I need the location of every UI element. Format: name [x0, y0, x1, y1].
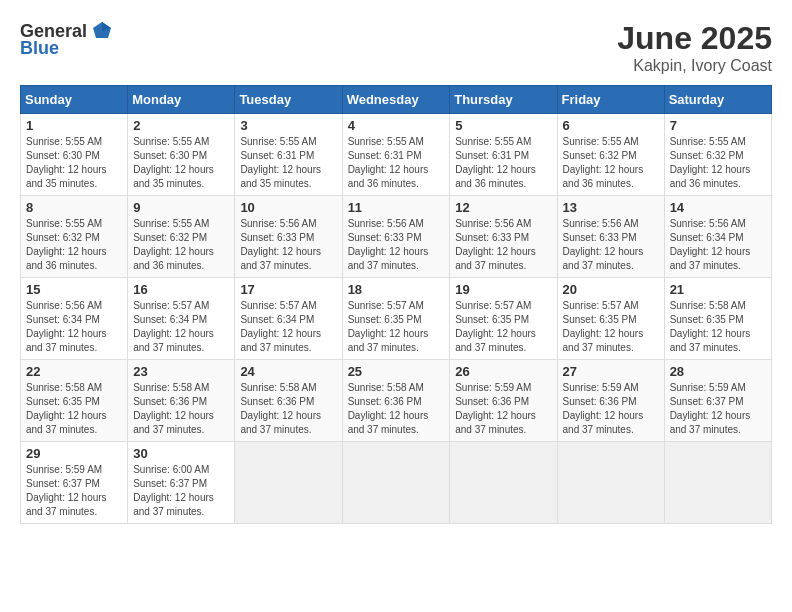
day-number: 29 — [26, 446, 122, 461]
day-info: Sunrise: 5:55 AM Sunset: 6:31 PM Dayligh… — [348, 135, 445, 191]
day-number: 10 — [240, 200, 336, 215]
table-row: 12 Sunrise: 5:56 AM Sunset: 6:33 PM Dayl… — [450, 196, 557, 278]
day-info: Sunrise: 5:58 AM Sunset: 6:36 PM Dayligh… — [133, 381, 229, 437]
table-row: 16 Sunrise: 5:57 AM Sunset: 6:34 PM Dayl… — [128, 278, 235, 360]
day-number: 13 — [563, 200, 659, 215]
table-row: 23 Sunrise: 5:58 AM Sunset: 6:36 PM Dayl… — [128, 360, 235, 442]
header-monday: Monday — [128, 86, 235, 114]
day-info: Sunrise: 5:59 AM Sunset: 6:37 PM Dayligh… — [670, 381, 766, 437]
day-number: 27 — [563, 364, 659, 379]
calendar-week-row: 29 Sunrise: 5:59 AM Sunset: 6:37 PM Dayl… — [21, 442, 772, 524]
table-row: 8 Sunrise: 5:55 AM Sunset: 6:32 PM Dayli… — [21, 196, 128, 278]
day-info: Sunrise: 5:55 AM Sunset: 6:32 PM Dayligh… — [26, 217, 122, 273]
day-number: 19 — [455, 282, 551, 297]
day-number: 12 — [455, 200, 551, 215]
table-row: 30 Sunrise: 6:00 AM Sunset: 6:37 PM Dayl… — [128, 442, 235, 524]
day-number: 26 — [455, 364, 551, 379]
table-row — [557, 442, 664, 524]
day-info: Sunrise: 5:55 AM Sunset: 6:32 PM Dayligh… — [563, 135, 659, 191]
day-number: 6 — [563, 118, 659, 133]
table-row: 7 Sunrise: 5:55 AM Sunset: 6:32 PM Dayli… — [664, 114, 771, 196]
day-number: 2 — [133, 118, 229, 133]
table-row: 13 Sunrise: 5:56 AM Sunset: 6:33 PM Dayl… — [557, 196, 664, 278]
day-info: Sunrise: 5:57 AM Sunset: 6:35 PM Dayligh… — [455, 299, 551, 355]
day-info: Sunrise: 5:55 AM Sunset: 6:32 PM Dayligh… — [670, 135, 766, 191]
header: General Blue June 2025 Kakpin, Ivory Coa… — [20, 20, 772, 75]
day-info: Sunrise: 5:56 AM Sunset: 6:34 PM Dayligh… — [26, 299, 122, 355]
table-row — [664, 442, 771, 524]
day-info: Sunrise: 5:58 AM Sunset: 6:36 PM Dayligh… — [348, 381, 445, 437]
logo-flag-icon — [91, 20, 113, 42]
calendar-week-row: 8 Sunrise: 5:55 AM Sunset: 6:32 PM Dayli… — [21, 196, 772, 278]
weekday-header-row: Sunday Monday Tuesday Wednesday Thursday… — [21, 86, 772, 114]
day-info: Sunrise: 5:59 AM Sunset: 6:36 PM Dayligh… — [455, 381, 551, 437]
day-number: 24 — [240, 364, 336, 379]
day-info: Sunrise: 5:57 AM Sunset: 6:35 PM Dayligh… — [348, 299, 445, 355]
logo: General Blue — [20, 20, 113, 59]
header-friday: Friday — [557, 86, 664, 114]
location-title: Kakpin, Ivory Coast — [617, 57, 772, 75]
day-number: 17 — [240, 282, 336, 297]
table-row: 29 Sunrise: 5:59 AM Sunset: 6:37 PM Dayl… — [21, 442, 128, 524]
table-row: 6 Sunrise: 5:55 AM Sunset: 6:32 PM Dayli… — [557, 114, 664, 196]
calendar-table: Sunday Monday Tuesday Wednesday Thursday… — [20, 85, 772, 524]
day-info: Sunrise: 5:55 AM Sunset: 6:31 PM Dayligh… — [240, 135, 336, 191]
day-info: Sunrise: 5:57 AM Sunset: 6:34 PM Dayligh… — [133, 299, 229, 355]
day-number: 23 — [133, 364, 229, 379]
day-info: Sunrise: 5:57 AM Sunset: 6:34 PM Dayligh… — [240, 299, 336, 355]
day-info: Sunrise: 5:56 AM Sunset: 6:33 PM Dayligh… — [563, 217, 659, 273]
day-info: Sunrise: 5:58 AM Sunset: 6:35 PM Dayligh… — [670, 299, 766, 355]
table-row: 9 Sunrise: 5:55 AM Sunset: 6:32 PM Dayli… — [128, 196, 235, 278]
table-row: 25 Sunrise: 5:58 AM Sunset: 6:36 PM Dayl… — [342, 360, 450, 442]
day-number: 9 — [133, 200, 229, 215]
day-info: Sunrise: 5:58 AM Sunset: 6:36 PM Dayligh… — [240, 381, 336, 437]
table-row: 22 Sunrise: 5:58 AM Sunset: 6:35 PM Dayl… — [21, 360, 128, 442]
day-number: 1 — [26, 118, 122, 133]
day-number: 30 — [133, 446, 229, 461]
day-number: 21 — [670, 282, 766, 297]
day-info: Sunrise: 5:56 AM Sunset: 6:34 PM Dayligh… — [670, 217, 766, 273]
day-info: Sunrise: 5:58 AM Sunset: 6:35 PM Dayligh… — [26, 381, 122, 437]
table-row: 5 Sunrise: 5:55 AM Sunset: 6:31 PM Dayli… — [450, 114, 557, 196]
table-row: 2 Sunrise: 5:55 AM Sunset: 6:30 PM Dayli… — [128, 114, 235, 196]
day-number: 11 — [348, 200, 445, 215]
day-number: 8 — [26, 200, 122, 215]
table-row — [342, 442, 450, 524]
calendar-week-row: 22 Sunrise: 5:58 AM Sunset: 6:35 PM Dayl… — [21, 360, 772, 442]
day-info: Sunrise: 5:55 AM Sunset: 6:30 PM Dayligh… — [26, 135, 122, 191]
day-info: Sunrise: 5:55 AM Sunset: 6:32 PM Dayligh… — [133, 217, 229, 273]
day-number: 14 — [670, 200, 766, 215]
table-row — [235, 442, 342, 524]
table-row: 27 Sunrise: 5:59 AM Sunset: 6:36 PM Dayl… — [557, 360, 664, 442]
month-title: June 2025 — [617, 20, 772, 57]
table-row: 28 Sunrise: 5:59 AM Sunset: 6:37 PM Dayl… — [664, 360, 771, 442]
calendar-week-row: 15 Sunrise: 5:56 AM Sunset: 6:34 PM Dayl… — [21, 278, 772, 360]
table-row: 26 Sunrise: 5:59 AM Sunset: 6:36 PM Dayl… — [450, 360, 557, 442]
day-info: Sunrise: 5:59 AM Sunset: 6:36 PM Dayligh… — [563, 381, 659, 437]
day-number: 18 — [348, 282, 445, 297]
day-number: 7 — [670, 118, 766, 133]
header-wednesday: Wednesday — [342, 86, 450, 114]
day-info: Sunrise: 5:55 AM Sunset: 6:30 PM Dayligh… — [133, 135, 229, 191]
day-info: Sunrise: 5:56 AM Sunset: 6:33 PM Dayligh… — [348, 217, 445, 273]
header-sunday: Sunday — [21, 86, 128, 114]
table-row: 17 Sunrise: 5:57 AM Sunset: 6:34 PM Dayl… — [235, 278, 342, 360]
table-row: 4 Sunrise: 5:55 AM Sunset: 6:31 PM Dayli… — [342, 114, 450, 196]
day-number: 16 — [133, 282, 229, 297]
day-number: 20 — [563, 282, 659, 297]
day-number: 15 — [26, 282, 122, 297]
calendar-week-row: 1 Sunrise: 5:55 AM Sunset: 6:30 PM Dayli… — [21, 114, 772, 196]
day-number: 4 — [348, 118, 445, 133]
day-info: Sunrise: 6:00 AM Sunset: 6:37 PM Dayligh… — [133, 463, 229, 519]
day-number: 22 — [26, 364, 122, 379]
table-row: 10 Sunrise: 5:56 AM Sunset: 6:33 PM Dayl… — [235, 196, 342, 278]
day-info: Sunrise: 5:55 AM Sunset: 6:31 PM Dayligh… — [455, 135, 551, 191]
header-tuesday: Tuesday — [235, 86, 342, 114]
table-row: 15 Sunrise: 5:56 AM Sunset: 6:34 PM Dayl… — [21, 278, 128, 360]
day-number: 28 — [670, 364, 766, 379]
day-info: Sunrise: 5:59 AM Sunset: 6:37 PM Dayligh… — [26, 463, 122, 519]
header-saturday: Saturday — [664, 86, 771, 114]
table-row — [450, 442, 557, 524]
logo-blue-text: Blue — [20, 38, 59, 59]
day-info: Sunrise: 5:56 AM Sunset: 6:33 PM Dayligh… — [455, 217, 551, 273]
